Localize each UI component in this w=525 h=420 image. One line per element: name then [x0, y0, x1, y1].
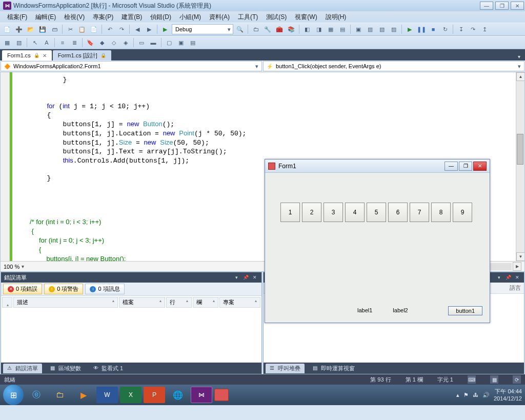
tray-flag-icon[interactable]: ⚑: [463, 392, 469, 398]
tool-icon[interactable]: ▣: [353, 24, 364, 34]
tool-icon[interactable]: ◇: [109, 37, 119, 48]
pin-icon[interactable]: 📌: [242, 274, 249, 281]
taskbar-ie-icon[interactable]: ⓔ: [26, 387, 47, 403]
menu-window[interactable]: 視窗(W): [291, 12, 321, 23]
start-button[interactable]: ⊞: [3, 385, 24, 405]
col-file[interactable]: 檔案: [119, 297, 165, 308]
stop-icon[interactable]: ■: [428, 24, 438, 34]
nav-back-icon[interactable]: ◀: [132, 24, 143, 34]
close-icon[interactable]: ✕: [514, 274, 521, 281]
status-icon[interactable]: ⟳: [513, 375, 521, 384]
continue-icon[interactable]: ▶: [405, 24, 415, 34]
tab-form1-cs[interactable]: Form1.cs 🔒 ✕: [2, 50, 52, 61]
zoom-select[interactable]: 100 %: [4, 264, 24, 270]
save-all-icon[interactable]: 🗃: [49, 24, 59, 34]
taskbar-vs-icon[interactable]: ⋈: [191, 387, 212, 403]
form1-minimize-button[interactable]: —: [445, 162, 458, 171]
restart-icon[interactable]: ↻: [440, 24, 450, 34]
tab-immediate[interactable]: ▤即時運算視窗: [309, 364, 359, 373]
form1-close-button[interactable]: ✕: [473, 162, 487, 171]
toolbox-icon[interactable]: 🧰: [274, 24, 285, 34]
taskbar-media-icon[interactable]: ▶: [73, 387, 94, 403]
menu-test[interactable]: 測試(S): [262, 12, 291, 23]
menu-file[interactable]: 檔案(F): [3, 12, 31, 23]
scroll-up-icon[interactable]: ▲: [516, 72, 524, 81]
step-into-icon[interactable]: ↧: [456, 24, 466, 34]
col-lang[interactable]: 語言: [510, 284, 521, 292]
nav-forward-icon[interactable]: ▶: [144, 24, 154, 34]
scroll-right-icon[interactable]: ▶: [513, 262, 521, 271]
find-icon[interactable]: 🔍: [235, 24, 245, 34]
config-select[interactable]: Debug: [172, 24, 233, 34]
menu-debug[interactable]: 偵錯(D): [146, 12, 175, 23]
tool-icon[interactable]: ▢: [164, 37, 174, 48]
uncomment-icon[interactable]: ≣: [69, 37, 79, 48]
button1[interactable]: button1: [448, 306, 482, 315]
start-debug-icon[interactable]: ▶: [160, 24, 170, 34]
number-button-8[interactable]: 8: [431, 203, 451, 222]
error-panel-title[interactable]: 錯誤清單 ▾ 📌 ✕: [1, 272, 261, 283]
messages-filter-button[interactable]: i 0 項訊息: [85, 284, 124, 294]
number-button-1[interactable]: 1: [280, 203, 300, 222]
menu-project[interactable]: 專案(P): [89, 12, 117, 23]
number-button-2[interactable]: 2: [302, 203, 321, 222]
undo-icon[interactable]: ↶: [105, 24, 115, 34]
menu-tools[interactable]: 工具(T): [234, 12, 262, 23]
tool-icon[interactable]: ▨: [389, 24, 399, 34]
taskbar-chrome-icon[interactable]: 🌐: [167, 387, 189, 403]
status-icon[interactable]: ▦: [490, 375, 498, 384]
errors-filter-button[interactable]: ✕ 0 項錯誤: [3, 284, 42, 294]
window-minimize-button[interactable]: —: [480, 2, 493, 10]
tool-icon[interactable]: A: [42, 37, 52, 48]
number-button-3[interactable]: 3: [324, 203, 343, 222]
menu-view[interactable]: 檢視(V): [60, 12, 89, 23]
class-select[interactable]: 🔶 WindowsFormsApplication2.Form1: [1, 61, 262, 71]
col-description[interactable]: 描述: [13, 297, 118, 308]
tool-icon[interactable]: ▧: [377, 24, 387, 34]
cut-icon[interactable]: ✂: [65, 24, 75, 34]
form1-titlebar[interactable]: Form1 — ❐ ✕: [265, 159, 490, 173]
tool-icon[interactable]: ◧: [302, 24, 312, 34]
menu-data[interactable]: 資料(A): [205, 12, 234, 23]
cursor-icon[interactable]: ↖: [30, 37, 40, 48]
scroll-down-icon[interactable]: ▼: [516, 252, 524, 261]
system-tray[interactable]: ▴ ⚑ 🖧 🔊 下午 04:44 2014/12/12: [456, 388, 522, 402]
tab-locals[interactable]: ▦區域變數: [46, 364, 85, 373]
col-column[interactable]: 欄: [193, 297, 218, 308]
comment-icon[interactable]: ≡: [57, 37, 68, 48]
warnings-filter-button[interactable]: ! 0 項警告: [44, 284, 83, 294]
tool-icon[interactable]: ◆: [97, 37, 107, 48]
taskbar-powerpoint-icon[interactable]: P: [144, 387, 165, 403]
panel-dropdown-icon[interactable]: ▾: [495, 274, 502, 281]
tab-form1-design[interactable]: Form1.cs [設計] 🔒: [53, 50, 111, 61]
solution-explorer-icon[interactable]: 🗀: [251, 24, 261, 34]
member-select[interactable]: ⚡ button1_Click(object sender, EventArgs…: [263, 61, 524, 71]
taskbar-word-icon[interactable]: W: [96, 387, 118, 403]
step-over-icon[interactable]: ↷: [468, 24, 478, 34]
new-project-icon[interactable]: 📄: [2, 24, 12, 34]
tool-icon[interactable]: ◨: [314, 24, 324, 34]
step-out-icon[interactable]: ↥: [479, 24, 490, 34]
tray-up-icon[interactable]: ▴: [456, 392, 459, 398]
tabs-dropdown-icon[interactable]: ▾: [515, 52, 523, 61]
taskbar-clock[interactable]: 下午 04:44 2014/12/12: [494, 388, 522, 402]
tool-icon[interactable]: ▦: [326, 24, 336, 34]
panel-dropdown-icon[interactable]: ▾: [233, 274, 240, 281]
pin-icon[interactable]: 📌: [504, 274, 512, 281]
number-button-5[interactable]: 5: [367, 203, 386, 222]
tool-icon[interactable]: ▦: [2, 37, 12, 48]
number-button-6[interactable]: 6: [388, 203, 408, 222]
taskbar-excel-icon[interactable]: X: [120, 387, 142, 403]
copy-icon[interactable]: 📋: [77, 24, 87, 34]
tray-volume-icon[interactable]: 🔊: [482, 392, 490, 398]
close-icon[interactable]: ✕: [43, 53, 47, 58]
number-button-7[interactable]: 7: [410, 203, 429, 222]
open-icon[interactable]: 📂: [26, 24, 36, 34]
form1-window[interactable]: Form1 — ❐ ✕ 123456789 label1 label2 butt…: [265, 159, 490, 323]
col-line[interactable]: 行: [166, 297, 192, 308]
tool-icon[interactable]: ▤: [188, 37, 198, 48]
pause-icon[interactable]: ❚❚: [416, 24, 427, 34]
form1-maximize-button[interactable]: ❐: [459, 162, 472, 171]
paste-icon[interactable]: 📄: [89, 24, 99, 34]
tool-icon[interactable]: ▥: [365, 24, 375, 34]
